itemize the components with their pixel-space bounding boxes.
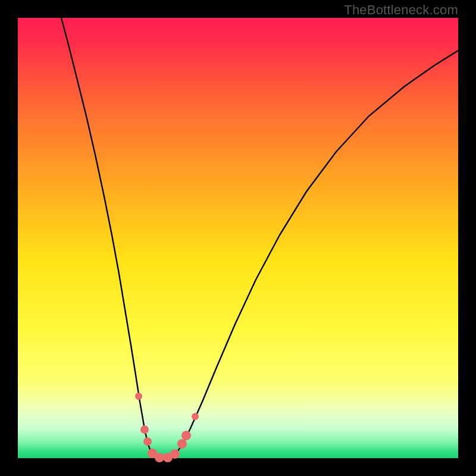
plot-area	[18, 18, 458, 458]
curve-marker	[177, 439, 187, 449]
curve-layer	[18, 18, 458, 458]
curve-markers	[135, 393, 199, 462]
chart-frame: TheBottleneck.com	[0, 0, 476, 476]
curve-marker	[135, 393, 142, 400]
curve-marker	[170, 449, 180, 459]
curve-marker	[155, 453, 164, 462]
curve-marker	[181, 431, 191, 440]
curve-marker	[140, 425, 149, 434]
curve-marker	[192, 413, 199, 420]
bottleneck-curve	[61, 18, 458, 458]
watermark-text: TheBottleneck.com	[344, 2, 458, 18]
curve-marker	[143, 437, 152, 446]
